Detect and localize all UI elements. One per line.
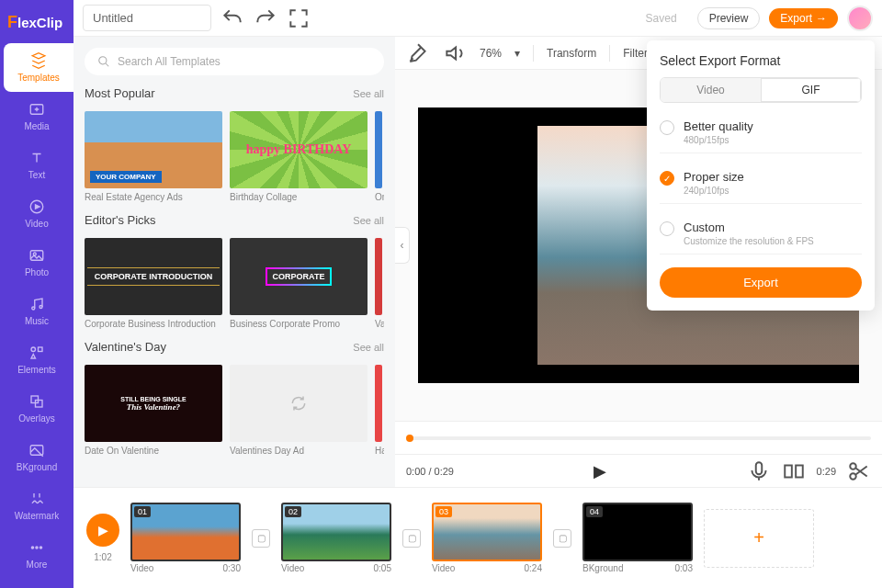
transition-button[interactable]: ▢ bbox=[553, 529, 571, 548]
transition-button[interactable]: ▢ bbox=[402, 529, 421, 548]
nav-music[interactable]: Music bbox=[0, 287, 74, 335]
undo-icon bbox=[220, 6, 244, 30]
search-icon bbox=[97, 55, 110, 68]
chevron-down-icon: ▾ bbox=[514, 47, 520, 60]
music-icon bbox=[28, 296, 45, 312]
svg-point-14 bbox=[99, 57, 107, 64]
tab-gif[interactable]: GIF bbox=[761, 78, 861, 102]
nav-elements[interactable]: Elements bbox=[0, 335, 74, 384]
undo-button[interactable] bbox=[220, 6, 244, 30]
template-card[interactable]: Onl bbox=[375, 111, 384, 202]
svg-point-19 bbox=[850, 473, 856, 480]
duration-display: 0:29 bbox=[817, 466, 836, 477]
time-display: 0:00 / 0:29 bbox=[406, 466, 454, 477]
trim-button[interactable] bbox=[847, 459, 871, 483]
transform-button[interactable]: Transform bbox=[547, 47, 596, 60]
svg-point-11 bbox=[31, 547, 33, 548]
saved-status: Saved bbox=[635, 8, 688, 28]
svg-rect-9 bbox=[36, 401, 43, 408]
see-all-link[interactable]: See all bbox=[353, 342, 384, 353]
nav-text[interactable]: Text bbox=[0, 141, 74, 189]
svg-point-6 bbox=[31, 347, 36, 352]
svg-point-13 bbox=[40, 547, 41, 548]
templates-panel: Search All Templates Most PopularSee all… bbox=[74, 37, 395, 487]
mic-button[interactable] bbox=[747, 459, 771, 483]
user-avatar[interactable] bbox=[847, 6, 873, 31]
bkground-icon bbox=[28, 442, 45, 458]
tab-video[interactable]: Video bbox=[661, 78, 761, 102]
section-title: Most Popular bbox=[85, 86, 155, 100]
editor-area: 76%▾ Transform Filter Adjust ‹ 0:00 / 0:… bbox=[395, 37, 882, 487]
section-title: Editor's Picks bbox=[85, 213, 156, 227]
timeline-clip[interactable]: 04BKground0:03 bbox=[582, 503, 693, 573]
scissors-icon bbox=[847, 459, 871, 483]
logo[interactable]: FlexClip bbox=[0, 7, 74, 43]
option-better-quality[interactable]: Better quality480p/15fps bbox=[660, 112, 862, 153]
template-card[interactable]: Hap bbox=[375, 365, 384, 456]
volume-icon bbox=[443, 41, 467, 65]
paint-button[interactable] bbox=[406, 41, 430, 65]
template-card[interactable]: Val bbox=[375, 238, 384, 329]
export-confirm-button[interactable]: Export bbox=[660, 267, 862, 298]
radio-icon bbox=[660, 171, 674, 186]
nav-video[interactable]: Video bbox=[0, 189, 74, 238]
export-popup: Select Export Format Video GIF Better qu… bbox=[647, 40, 875, 311]
mic-icon bbox=[747, 459, 771, 483]
filter-button[interactable]: Filter bbox=[623, 47, 648, 60]
format-tabs: Video GIF bbox=[660, 77, 862, 103]
fullscreen-button[interactable] bbox=[287, 6, 311, 30]
template-card[interactable]: STILL BEING SINGLEThis Valentine?Date On… bbox=[85, 365, 222, 456]
progress-bar[interactable] bbox=[406, 436, 871, 440]
nav-watermark[interactable]: Watermark bbox=[0, 481, 74, 530]
volume-button[interactable] bbox=[443, 41, 467, 65]
preview-button[interactable]: Preview bbox=[697, 7, 761, 29]
nav-more[interactable]: More bbox=[0, 530, 74, 579]
photo-icon bbox=[28, 247, 45, 264]
nav-templates[interactable]: Templates bbox=[4, 43, 74, 92]
redo-icon bbox=[254, 6, 277, 30]
template-card[interactable]: CORPORATEBusiness Corporate Promo bbox=[230, 238, 368, 329]
svg-point-12 bbox=[36, 547, 38, 548]
elements-icon bbox=[28, 345, 45, 361]
see-all-link[interactable]: See all bbox=[353, 215, 384, 226]
template-card[interactable]: happy BIRTHDAYBirthday Collage bbox=[230, 111, 368, 202]
player-controls bbox=[395, 421, 882, 454]
see-all-link[interactable]: See all bbox=[353, 88, 384, 99]
sidebar: FlexClip Templates Media Text Video Phot… bbox=[0, 0, 74, 588]
arrow-right-icon: → bbox=[816, 12, 827, 25]
nav-bkground[interactable]: BKground bbox=[0, 433, 74, 481]
refresh-icon bbox=[289, 394, 308, 413]
timeline-play-button[interactable]: ▶ bbox=[86, 514, 119, 547]
split-icon bbox=[782, 459, 806, 483]
option-custom[interactable]: CustomCustomize the resolution & FPS bbox=[660, 213, 862, 254]
svg-point-18 bbox=[850, 463, 856, 469]
template-card[interactable]: Valentines Day Ad bbox=[230, 365, 368, 456]
export-button[interactable]: Export→ bbox=[769, 8, 838, 28]
template-card[interactable]: CORPORATE INTRODUCTIONCorporate Business… bbox=[85, 238, 222, 329]
redo-button[interactable] bbox=[254, 6, 277, 30]
collapse-panel-button[interactable]: ‹ bbox=[395, 227, 410, 264]
split-button[interactable] bbox=[782, 459, 806, 483]
svg-rect-17 bbox=[796, 465, 803, 477]
total-duration: 1:02 bbox=[86, 552, 119, 562]
timeline-clip[interactable]: 02Video0:05 bbox=[281, 503, 391, 573]
svg-point-4 bbox=[32, 307, 35, 310]
popup-title: Select Export Format bbox=[660, 53, 862, 68]
template-card[interactable]: Real Estate Agency Ads bbox=[85, 111, 222, 202]
nav-media[interactable]: Media bbox=[0, 92, 74, 141]
play-button[interactable]: ▶ bbox=[594, 461, 606, 481]
transition-button[interactable]: ▢ bbox=[252, 529, 270, 548]
templates-icon bbox=[30, 52, 47, 69]
timeline-clip[interactable]: 01Video0:30 bbox=[130, 503, 241, 573]
nav-photo[interactable]: Photo bbox=[0, 238, 74, 287]
timeline-clip[interactable]: 03Video0:24 bbox=[432, 503, 542, 573]
zoom-level[interactable]: 76% bbox=[480, 47, 502, 60]
add-clip-button[interactable]: + bbox=[704, 509, 814, 568]
timeline: ▶ 1:02 01Video0:30 ▢ 02Video0:05 ▢ 03Vid… bbox=[74, 487, 882, 588]
search-input[interactable]: Search All Templates bbox=[85, 48, 384, 75]
project-title-input[interactable] bbox=[83, 5, 211, 31]
svg-rect-15 bbox=[755, 462, 762, 474]
nav-overlays[interactable]: Overlays bbox=[0, 384, 74, 433]
paint-icon bbox=[406, 41, 430, 65]
option-proper-size[interactable]: Proper size240p/10fps bbox=[660, 163, 862, 204]
